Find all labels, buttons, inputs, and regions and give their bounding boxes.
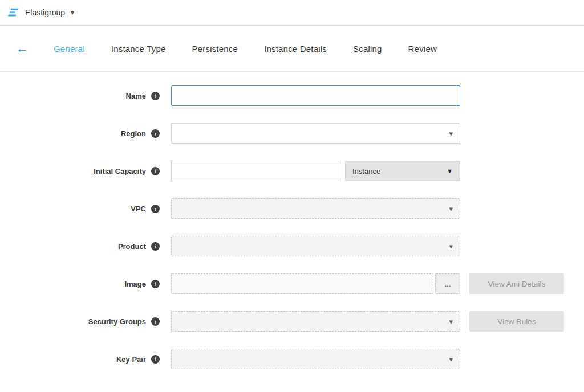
tab-review[interactable]: Review [408,44,437,54]
form-row-security-groups: Security Groups i ▾ View Rules [0,311,584,332]
app-name: Elastigroup [25,8,65,17]
wizard-tabs: General Instance Type Persistence Instan… [54,44,463,54]
form-row-product: Product i ▾ [0,236,584,256]
capacity-unit-select[interactable]: Instance ▼ [345,161,460,181]
key-pair-select: ▾ [171,349,460,369]
vpc-select: ▾ [171,198,460,219]
key-pair-label: Key Pair [116,355,146,364]
chevron-down-icon: ▾ [449,205,453,213]
tab-general[interactable]: General [54,44,85,54]
region-label: Region [121,129,146,138]
wizard-tab-bar: ← General Instance Type Persistence Inst… [0,26,584,72]
capacity-unit-value: Instance [352,167,380,175]
view-ami-details-button[interactable]: View Ami Details [469,273,564,294]
info-icon[interactable]: i [151,129,160,138]
product-select: ▾ [171,236,460,256]
name-input[interactable] [171,85,460,106]
top-bar: Elastigroup ▾ [0,0,584,26]
name-label: Name [126,92,146,100]
tab-instance-type[interactable]: Instance Type [111,44,166,54]
product-label: Product [118,242,146,251]
image-browse-button[interactable]: ... [435,273,460,294]
tab-scaling[interactable]: Scaling [353,44,382,54]
info-icon[interactable]: i [151,205,160,213]
info-icon[interactable]: i [151,167,160,175]
security-groups-select: ▾ [171,311,460,332]
app-caret-icon: ▾ [71,9,74,17]
chevron-down-icon: ▾ [449,317,453,326]
caret-down-icon: ▼ [447,168,453,174]
info-icon[interactable]: i [151,242,160,251]
chevron-down-icon: ▾ [449,129,453,138]
chevron-down-icon: ▾ [449,355,453,364]
form-row-image: Image i ... View Ami Details [0,273,584,294]
initial-capacity-input[interactable] [171,161,339,181]
initial-capacity-label: Initial Capacity [94,167,146,175]
tab-persistence[interactable]: Persistence [192,44,238,54]
form-row-vpc: VPC i ▾ [0,198,584,219]
form-row-name: Name i [0,85,584,106]
form-row-initial-capacity: Initial Capacity i Instance ▼ [0,161,584,181]
security-groups-label: Security Groups [88,317,146,326]
image-input [171,273,433,294]
image-label: Image [124,280,146,288]
info-icon[interactable]: i [151,280,160,288]
view-rules-button[interactable]: View Rules [469,311,564,332]
form-row-region: Region i ▾ [0,123,584,144]
elastigroup-logo-icon [8,7,21,18]
vpc-label: VPC [131,205,146,213]
info-icon[interactable]: i [151,317,160,326]
back-button[interactable]: ← [13,40,32,57]
info-icon[interactable]: i [151,355,160,364]
app-switcher[interactable]: Elastigroup ▾ [8,7,74,18]
general-form: Name i Region i ▾ Initial Capacity i Ins [0,72,584,369]
region-select[interactable]: ▾ [171,123,460,144]
tab-instance-details[interactable]: Instance Details [264,44,327,54]
form-row-key-pair: Key Pair i ▾ [0,349,584,369]
chevron-down-icon: ▾ [449,242,453,251]
info-icon[interactable]: i [151,92,160,100]
